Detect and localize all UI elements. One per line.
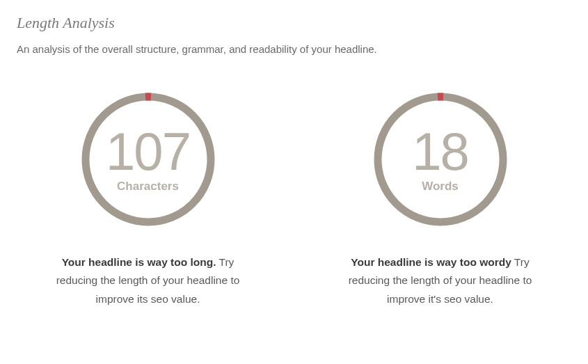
- characters-description: Your headline is way too long. Try reduc…: [47, 253, 249, 308]
- words-value: 18: [412, 125, 468, 178]
- words-metric-card: 18 Words Your headline is way too wordy …: [336, 90, 545, 308]
- section-title: Length Analysis: [17, 14, 571, 32]
- metrics-row: 107 Characters Your headline is way too …: [17, 90, 571, 308]
- words-desc-strong: Your headline is way too wordy: [351, 256, 511, 268]
- gauge-center: 107 Characters: [79, 90, 218, 229]
- gauge-center: 18 Words: [371, 90, 510, 229]
- section-description: An analysis of the overall structure, gr…: [17, 43, 571, 55]
- characters-metric-card: 107 Characters Your headline is way too …: [44, 90, 253, 308]
- words-gauge: 18 Words: [371, 90, 510, 229]
- words-description: Your headline is way too wordy Try reduc…: [340, 253, 541, 308]
- characters-gauge: 107 Characters: [79, 90, 218, 229]
- characters-value: 107: [106, 125, 190, 178]
- characters-desc-strong: Your headline is way too long.: [62, 256, 216, 268]
- characters-label: Characters: [117, 180, 179, 193]
- words-label: Words: [422, 180, 459, 193]
